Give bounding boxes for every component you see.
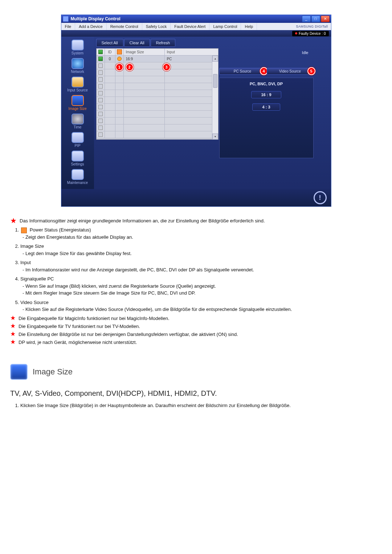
table-row[interactable] (97, 69, 218, 76)
col-input[interactable]: Input (165, 49, 218, 55)
menubar: File Add a Device Remote Control Safety … (61, 23, 331, 30)
star-icon: ★ (10, 324, 16, 329)
table-row[interactable] (97, 83, 218, 90)
network-icon (72, 58, 84, 69)
row-checkbox[interactable] (98, 119, 103, 123)
table-row[interactable] (97, 97, 218, 104)
sidebar-item-settings[interactable]: Settings (63, 149, 92, 168)
document-body: ★ Das Informationsgitter zeigt einige gr… (10, 218, 382, 409)
row-checkbox[interactable] (98, 126, 103, 130)
list-item: Video Source - Klicken Sie auf die Regis… (20, 299, 382, 313)
table-row[interactable] (97, 118, 218, 124)
row-checkbox[interactable] (98, 98, 103, 102)
item-head: Signalquelle PC (20, 276, 54, 282)
row-checkbox[interactable] (98, 91, 103, 95)
settings-icon (72, 151, 84, 161)
sidebar-item-label: Network (71, 70, 84, 74)
brand-label: SAMSUNG DIGITall (296, 25, 331, 28)
item-sub: - Im Informationsraster wird nur die Anz… (23, 266, 382, 274)
item-sub: - Mit dem Regler Image Size steuern Sie … (23, 290, 382, 297)
callout-1: 1 (115, 63, 123, 71)
star-icon: ★ (10, 316, 16, 321)
row-checkbox[interactable] (98, 57, 103, 61)
table-row[interactable] (97, 104, 218, 111)
idle-label: Idle (219, 49, 314, 56)
sidebar-item-image-size[interactable]: Image Size (63, 94, 92, 112)
source-panel: Idle PC Source 4 Video Source 5 PC, BNC,… (219, 47, 316, 160)
menu-file[interactable]: File (61, 23, 75, 30)
pip-icon (72, 132, 84, 143)
col-image-size[interactable]: Image Size (124, 49, 165, 55)
row-checkbox[interactable] (98, 70, 103, 75)
sidebar-item-pip[interactable]: PIP (63, 131, 92, 149)
menu-add-device[interactable]: Add a Device (75, 23, 106, 30)
col-id[interactable]: ID (105, 49, 115, 55)
note-text: Die Eingabequelle für TV funktioniert nu… (19, 323, 382, 330)
row-checkbox[interactable] (98, 84, 103, 89)
row-checkbox[interactable] (98, 77, 103, 82)
table-scrollbar[interactable]: ▴ ▾ (212, 56, 218, 140)
image-size-icon (10, 364, 28, 380)
sidebar-item-label: Image Size (68, 107, 86, 111)
menu-help[interactable]: Help (241, 23, 257, 30)
select-all-button[interactable]: Select All (96, 39, 123, 47)
table-row[interactable] (97, 62, 218, 69)
table-row[interactable] (97, 124, 218, 131)
sidebar-item-maintenance[interactable]: Maintenance (63, 168, 92, 186)
tab-pc-source[interactable]: PC Source 4 (219, 68, 266, 75)
minimize-button[interactable]: _ (302, 16, 311, 22)
callout-5: 5 (307, 67, 315, 75)
scroll-thumb[interactable] (213, 74, 217, 88)
row-checkbox[interactable] (98, 112, 103, 116)
sidebar-item-label: System (72, 51, 83, 55)
image-size-4-3-button[interactable]: 4 : 3 (252, 103, 280, 111)
table-body: 0 16:9 PC (97, 56, 218, 140)
scroll-down-icon[interactable]: ▾ (212, 134, 218, 140)
sidebar-item-time[interactable]: Time (63, 112, 92, 131)
item-sub: - Legt den Image Size für das gewählte D… (23, 250, 382, 257)
sidebar-item-system[interactable]: System (63, 38, 92, 57)
faulty-device-badge: Faulty Device : 0 (292, 31, 328, 36)
row-checkbox[interactable] (98, 132, 103, 137)
window-title: Multiple Display Control (71, 16, 302, 21)
sidebar-item-network[interactable]: Network (63, 57, 92, 75)
window-buttons: _ □ ✕ (302, 16, 330, 22)
list-item: Input - Im Informationsraster wird nur d… (20, 259, 382, 273)
menu-lamp-control[interactable]: Lamp Control (209, 23, 241, 30)
image-size-16-9-button[interactable]: 16 : 9 (251, 91, 281, 98)
table-row[interactable] (97, 111, 218, 118)
input-source-icon (72, 77, 84, 87)
steps-list: Klicken Sie Image Size (Bildgröße) in de… (10, 402, 382, 409)
cell-image-size: 16:9 (124, 56, 165, 62)
center-panel: Select All Clear All Refresh ID Image Si… (94, 37, 331, 189)
menu-remote-control[interactable]: Remote Control (107, 23, 142, 30)
callout-3: 3 (163, 63, 171, 71)
refresh-button[interactable]: Refresh (151, 39, 176, 47)
tab-video-source[interactable]: Video Source 5 (267, 68, 314, 75)
step-item: Klicken Sie Image Size (Bildgröße) in de… (20, 402, 382, 409)
toolbar: Select All Clear All Refresh (96, 39, 329, 47)
note-row: ★ Die Eingabequelle für TV funktioniert … (10, 323, 382, 330)
clear-all-button[interactable]: Clear All (124, 39, 150, 47)
sidebar-item-label: PIP (74, 144, 80, 148)
menu-fault-device-alert[interactable]: Fault Device Alert (171, 23, 209, 30)
scroll-up-icon[interactable]: ▴ (212, 56, 218, 62)
maximize-button[interactable]: □ (311, 16, 320, 22)
sidebar: System Network Input Source Image Size T… (61, 37, 94, 189)
close-button[interactable]: ✕ (321, 16, 330, 22)
star-icon: ★ (10, 332, 16, 337)
sidebar-item-input-source[interactable]: Input Source (63, 75, 92, 94)
note-text: Die Eingabequelle für MagicInfo funktion… (19, 315, 382, 322)
row-checkbox[interactable] (98, 105, 103, 109)
table-row[interactable] (97, 131, 218, 138)
footer-strip: ! (61, 189, 331, 206)
item-sub: - Zeigt den Energiestatus für das aktuel… (23, 234, 382, 241)
item-head: Video Source (20, 300, 49, 305)
row-checkbox[interactable] (98, 63, 103, 68)
header-checkbox[interactable] (98, 50, 103, 54)
table-row[interactable]: 0 16:9 PC (97, 56, 218, 62)
menu-safety-lock[interactable]: Safety Lock (142, 23, 171, 30)
table-row[interactable] (97, 90, 218, 97)
status-strip: Faulty Device : 0 (61, 30, 331, 37)
table-row[interactable] (97, 76, 218, 83)
